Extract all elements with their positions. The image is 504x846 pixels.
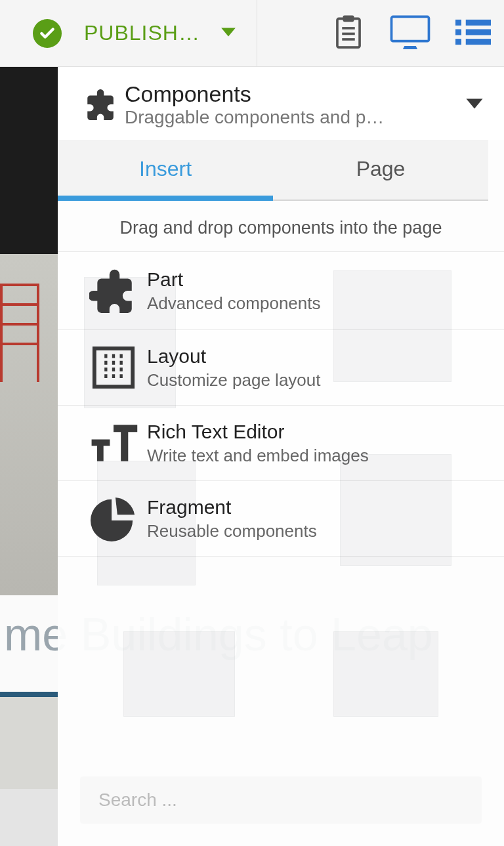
panel-subtitle: Draggable components and p… [125,107,413,128]
component-desc: Customize page layout [147,370,320,391]
component-title: Layout [147,345,320,368]
component-desc: Advanced components [147,293,321,314]
svg-rect-10 [455,39,461,45]
pie-icon [84,496,143,541]
svg-rect-6 [455,19,461,25]
component-desc: Write text and embed images [147,446,369,466]
publish-label: PUBLISH… [84,21,200,45]
svg-rect-11 [466,39,491,45]
tabs: Insert Page [58,140,488,201]
component-layout[interactable]: Layout Customize page layout [58,330,504,406]
monitor-icon[interactable] [390,15,430,52]
caret-down-icon [220,26,237,41]
component-part[interactable]: Part Advanced components [58,251,504,330]
component-desc: Reusable components [147,521,317,541]
top-toolbar: PUBLISH… [0,0,504,67]
svg-rect-1 [343,15,354,22]
puzzle-icon [84,266,143,315]
tab-insert[interactable]: Insert [58,140,273,201]
clipboard-icon[interactable] [332,14,365,53]
component-title: Part [147,268,321,291]
drop-hint: Drag and drop components into the page [58,201,504,251]
panel-title: Components [125,81,465,107]
text-icon [84,420,143,466]
components-panel: Components Draggable components and p… I… [58,67,504,846]
tab-page[interactable]: Page [273,140,488,200]
svg-rect-5 [392,16,429,41]
puzzle-icon [77,89,122,121]
panel-header[interactable]: Components Draggable components and p… [58,67,504,140]
component-rich-text[interactable]: Rich Text Editor Write text and embed im… [58,406,504,481]
list-icon[interactable] [455,18,491,49]
caret-down-icon[interactable] [465,96,484,114]
component-list: Part Advanced components Layout Customiz… [58,251,504,557]
component-title: Rich Text Editor [147,421,369,443]
layout-icon [84,345,143,391]
publish-status-button[interactable]: PUBLISH… [84,0,257,66]
svg-rect-7 [466,19,491,25]
search-input[interactable] [80,776,482,824]
svg-rect-8 [455,29,461,35]
component-fragment[interactable]: Fragment Reusable components [58,481,504,557]
component-title: Fragment [147,496,317,518]
svg-rect-9 [466,29,491,35]
status-ok-icon [33,19,62,48]
